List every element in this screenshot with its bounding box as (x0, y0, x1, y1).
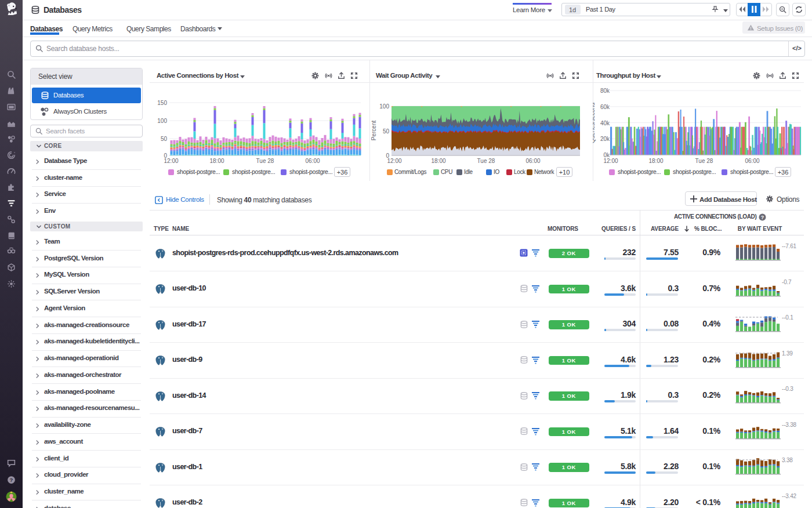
svg-text:80k: 80k (600, 88, 610, 94)
svg-text:Percent: Percent (371, 121, 377, 141)
svg-text:Queries/second: Queries/second (593, 103, 596, 143)
svg-text:50: 50 (161, 136, 168, 142)
svg-text:12:00: 12:00 (164, 158, 178, 164)
svg-text:12:00: 12:00 (387, 158, 401, 164)
svg-text:150: 150 (157, 100, 167, 106)
svg-text:100: 100 (379, 103, 389, 110)
svg-text:18:00: 18:00 (431, 158, 445, 164)
svg-text:40k: 40k (600, 120, 610, 126)
svg-text:?: ? (761, 215, 764, 220)
svg-text:06:00: 06:00 (745, 158, 759, 164)
svg-text:06:00: 06:00 (525, 158, 540, 164)
svg-text:60k: 60k (600, 104, 610, 110)
svg-text:?: ? (10, 477, 13, 483)
svg-text:Tue 28: Tue 28 (256, 158, 274, 164)
svg-text:Tue 28: Tue 28 (695, 158, 713, 164)
svg-text:06:00: 06:00 (305, 158, 320, 164)
svg-text:12:00: 12:00 (603, 158, 618, 164)
svg-text:50: 50 (383, 128, 390, 135)
svg-text:18:00: 18:00 (648, 158, 663, 164)
svg-text:Tue 28: Tue 28 (477, 158, 495, 164)
svg-text:20k: 20k (600, 136, 610, 142)
svg-text:18:00: 18:00 (209, 158, 224, 164)
svg-text:100: 100 (157, 118, 167, 124)
